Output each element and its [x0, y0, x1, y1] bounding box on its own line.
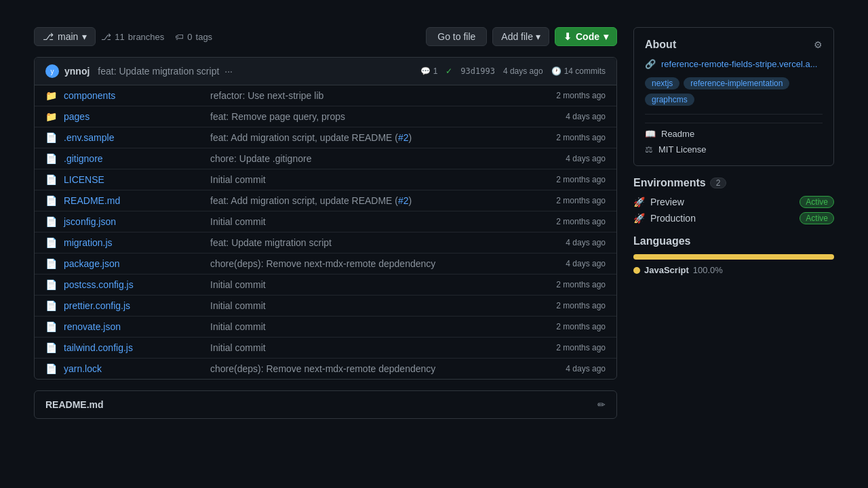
table-row[interactable]: 📁componentsrefactor: Use next-stripe lib…: [35, 85, 616, 106]
file-time: 2 months ago: [524, 196, 606, 205]
file-time: 4 days ago: [524, 259, 606, 268]
branch-selector[interactable]: ⎇ main ▾: [34, 27, 96, 46]
branches-count: 11: [115, 32, 124, 42]
file-time: 4 days ago: [524, 238, 606, 247]
table-row[interactable]: 📁pagesfeat: Remove page query, props4 da…: [35, 106, 616, 127]
file-time: 4 days ago: [524, 112, 606, 121]
env-item[interactable]: 🚀PreviewActive: [633, 196, 834, 208]
file-icon: 📄: [45, 237, 57, 248]
toolbar: ⎇ main ▾ ⎇ 11 branches 🏷 0 tags: [34, 27, 617, 46]
branch-icon: ⎇: [43, 31, 54, 42]
file-commit-message: feat: Update migtration script: [199, 237, 524, 248]
file-icon: 📄: [45, 300, 57, 311]
pr-link[interactable]: #2: [398, 132, 409, 143]
branches-link[interactable]: ⎇ 11 branches: [101, 32, 164, 42]
download-icon: ⬇: [564, 31, 572, 42]
table-row[interactable]: 📄migration.jsfeat: Update migtration scr…: [35, 232, 616, 253]
chevron-down-icon: ▾: [604, 31, 608, 42]
gear-icon[interactable]: ⚙: [814, 39, 823, 50]
file-name[interactable]: LICENSE: [64, 174, 199, 185]
readme-label: Readme: [661, 129, 694, 139]
repo-link[interactable]: 🔗 reference-remote-fields-stripe.vercel.…: [645, 59, 823, 69]
file-name[interactable]: pages: [64, 111, 199, 122]
file-name[interactable]: components: [64, 90, 199, 101]
add-file-label: Add file: [501, 31, 533, 42]
environments-title: Environments: [633, 177, 706, 189]
code-label: Code: [576, 31, 599, 42]
file-icon: 📄: [45, 195, 57, 206]
license-label: MIT License: [658, 144, 707, 155]
languages-title: Languages: [633, 235, 834, 247]
file-name[interactable]: .env.sample: [64, 132, 199, 143]
file-time: 2 months ago: [524, 322, 606, 331]
readme-footer: README.md ✏: [34, 390, 617, 419]
table-row[interactable]: 📄postcss.config.jsInitial commit2 months…: [35, 274, 616, 296]
environments-section: Environments 2 🚀PreviewActive🚀Production…: [633, 177, 834, 224]
license-link[interactable]: ⚖ MIT License: [645, 144, 823, 155]
table-row[interactable]: 📄jsconfig.jsonInitial commit2 months ago: [35, 211, 616, 232]
file-commit-message: Initial commit: [199, 300, 524, 311]
table-row[interactable]: 📄renovate.jsonInitial commit2 months ago: [35, 317, 616, 338]
language-bar: [633, 254, 834, 260]
table-row[interactable]: 📄package.jsonchore(deps): Remove next-md…: [35, 253, 616, 274]
commits-count[interactable]: 🕐 14 commits: [551, 66, 606, 76]
check-icon: ✓: [446, 66, 452, 76]
add-file-button[interactable]: Add file ▾: [492, 27, 549, 46]
topic-tag[interactable]: nextjs: [645, 77, 679, 89]
table-row[interactable]: 📄.gitignorechore: Update .gitignore4 day…: [35, 148, 616, 169]
language-item: JavaScript100.0%: [633, 265, 834, 275]
file-commit-message: feat: Remove page query, props: [199, 111, 524, 122]
file-icon: 📄: [45, 153, 57, 164]
tag-icon: 🏷: [175, 32, 184, 42]
languages-section: Languages JavaScript100.0%: [633, 235, 834, 275]
file-name[interactable]: package.json: [64, 258, 199, 269]
table-row[interactable]: 📄tailwind.config.jsInitial commit2 month…: [35, 338, 616, 359]
file-name[interactable]: jsconfig.json: [64, 216, 199, 227]
file-icon: 📄: [45, 342, 57, 353]
commit-time: 4 days ago: [503, 66, 543, 76]
branch-name: main: [58, 31, 78, 42]
table-row[interactable]: 📄LICENSEInitial commit2 months ago: [35, 169, 616, 190]
commit-ellipsis[interactable]: ···: [224, 66, 233, 77]
file-time: 4 days ago: [524, 364, 606, 373]
file-name[interactable]: prettier.config.js: [64, 300, 199, 311]
edit-icon[interactable]: ✏: [597, 399, 606, 410]
commit-hash[interactable]: 93d1993: [460, 66, 495, 76]
folder-icon: 📁: [45, 111, 57, 122]
file-commit-message: feat: Add migration script, update READM…: [199, 132, 524, 143]
file-name[interactable]: migration.js: [64, 237, 199, 248]
commit-meta: 💬 1 ✓ 93d1993 4 days ago 🕐 14 commits: [420, 66, 606, 76]
tags-link[interactable]: 🏷 0 tags: [175, 32, 212, 42]
avatar: y: [45, 64, 59, 78]
file-name[interactable]: renovate.json: [64, 321, 199, 332]
readme-link[interactable]: 📖 Readme: [645, 129, 823, 139]
pr-link[interactable]: #2: [398, 195, 409, 206]
file-name[interactable]: .gitignore: [64, 153, 199, 164]
repo-url: reference-remote-fields-stripe.vercel.a.…: [661, 59, 817, 69]
file-time: 2 months ago: [524, 133, 606, 142]
branches-label: branches: [128, 32, 164, 42]
env-name: Production: [650, 213, 794, 224]
topic-tag[interactable]: reference-implementation: [684, 77, 789, 89]
env-item[interactable]: 🚀ProductionActive: [633, 212, 834, 224]
table-row[interactable]: 📄yarn.lockchore(deps): Remove next-mdx-r…: [35, 359, 616, 379]
file-name[interactable]: postcss.config.js: [64, 279, 199, 290]
file-commit-message: chore(deps): Remove next-mdx-remote depd…: [199, 258, 524, 269]
file-commit-message: Initial commit: [199, 321, 524, 332]
history-icon: 🕐: [551, 66, 561, 76]
file-name[interactable]: README.md: [64, 195, 199, 206]
table-row[interactable]: 📄prettier.config.jsInitial commit2 month…: [35, 296, 616, 317]
link-icon: 🔗: [645, 59, 656, 69]
file-time: 2 months ago: [524, 343, 606, 352]
file-commit-message: Initial commit: [199, 174, 524, 185]
file-name[interactable]: yarn.lock: [64, 363, 199, 374]
file-icon: 📄: [45, 132, 57, 143]
table-row[interactable]: 📄.env.samplefeat: Add migration script, …: [35, 127, 616, 148]
topic-tag[interactable]: graphcms: [645, 94, 694, 106]
goto-file-button[interactable]: Go to file: [426, 27, 487, 46]
table-row[interactable]: 📄README.mdfeat: Add migration script, up…: [35, 190, 616, 211]
file-name[interactable]: tailwind.config.js: [64, 342, 199, 353]
env-status-badge: Active: [800, 212, 834, 224]
tags-label: tags: [196, 32, 213, 42]
code-button[interactable]: ⬇ Code ▾: [555, 27, 617, 46]
